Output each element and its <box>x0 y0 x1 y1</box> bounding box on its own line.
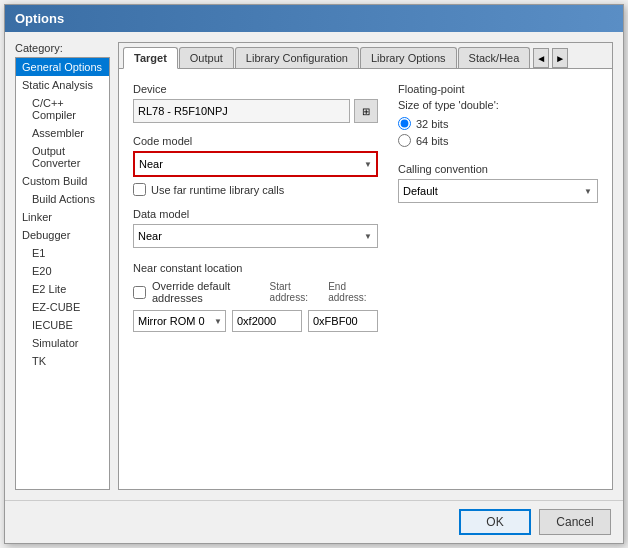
category-label: Category: <box>15 42 110 54</box>
radio-32bits[interactable] <box>398 117 411 130</box>
cancel-button[interactable]: Cancel <box>539 509 611 535</box>
calling-convention-select[interactable]: Default <box>398 179 598 203</box>
tab-target[interactable]: Target <box>123 47 178 69</box>
device-browse-button[interactable]: ⊞ <box>354 99 378 123</box>
sidebar-item-iecube[interactable]: IECUBE <box>16 316 109 334</box>
sidebar-item-general-options[interactable]: General Options <box>16 58 109 76</box>
radio-64bits[interactable] <box>398 134 411 147</box>
calling-convention-label: Calling convention <box>398 163 598 175</box>
sidebar-item-build-actions[interactable]: Build Actions <box>16 190 109 208</box>
sidebar-item-debugger[interactable]: Debugger <box>16 226 109 244</box>
end-address-input[interactable] <box>308 310 378 332</box>
main-panel: Target Output Library Configuration Libr… <box>118 42 613 490</box>
mirror-rom-select[interactable]: Mirror ROM 0 Mirror ROM 1 <box>133 310 226 332</box>
code-model-label: Code model <box>133 135 378 147</box>
sidebar-item-custom-build[interactable]: Custom Build <box>16 172 109 190</box>
override-label: Override default addresses <box>152 280 264 304</box>
code-model-select[interactable]: Near Far <box>133 151 378 177</box>
sidebar-item-e20[interactable]: E20 <box>16 262 109 280</box>
data-model-select[interactable]: Near Far <box>133 224 378 248</box>
calling-convention-section: Calling convention Default <box>398 163 598 203</box>
override-checkbox[interactable] <box>133 286 146 299</box>
tab-stack-heap[interactable]: Stack/Hea <box>458 47 531 68</box>
tab-library-options[interactable]: Library Options <box>360 47 457 68</box>
sidebar-item-e1[interactable]: E1 <box>16 244 109 262</box>
radio-32bits-row: 32 bits <box>398 117 598 130</box>
sidebar-item-static-analysis[interactable]: Static Analysis <box>16 76 109 94</box>
near-constant-label: Near constant location <box>133 262 378 274</box>
left-column: Device ⊞ Code model Near Far <box>133 83 378 332</box>
category-panel: Category: General Options Static Analysi… <box>15 42 110 490</box>
radio-32bits-label: 32 bits <box>416 118 448 130</box>
sidebar-item-output-converter[interactable]: Output Converter <box>16 142 109 172</box>
dialog-body: Category: General Options Static Analysi… <box>5 32 623 500</box>
sidebar-item-simulator[interactable]: Simulator <box>16 334 109 352</box>
right-column: Floating-point Size of type 'double': 32… <box>398 83 598 332</box>
tab-output[interactable]: Output <box>179 47 234 68</box>
address-group: Mirror ROM 0 Mirror ROM 1 <box>133 310 378 332</box>
far-runtime-row: Use far runtime library calls <box>133 183 378 196</box>
size-of-double-label: Size of type 'double': <box>398 99 598 111</box>
code-model-select-wrapper: Near Far <box>133 151 378 177</box>
far-runtime-checkbox[interactable] <box>133 183 146 196</box>
tab-content-target: Device ⊞ Code model Near Far <box>119 69 612 489</box>
device-input[interactable] <box>133 99 350 123</box>
tab-nav-left[interactable]: ◄ <box>533 48 549 68</box>
device-label: Device <box>133 83 378 95</box>
sidebar-item-linker[interactable]: Linker <box>16 208 109 226</box>
sidebar-item-assembler[interactable]: Assembler <box>16 124 109 142</box>
data-model-label: Data model <box>133 208 378 220</box>
calling-convention-select-wrapper: Default <box>398 179 598 203</box>
two-column-layout: Device ⊞ Code model Near Far <box>133 83 598 332</box>
end-address-label: End address: <box>328 281 378 303</box>
start-address-label: Start address: <box>270 281 323 303</box>
radio-64bits-label: 64 bits <box>416 135 448 147</box>
dialog-title: Options <box>5 5 623 32</box>
floating-point-title: Floating-point <box>398 83 598 95</box>
tabs-bar: Target Output Library Configuration Libr… <box>119 43 612 69</box>
sidebar-item-c-compiler[interactable]: C/C++ Compiler <box>16 94 109 124</box>
device-row: ⊞ <box>133 99 378 123</box>
sidebar-item-e2-lite[interactable]: E2 Lite <box>16 280 109 298</box>
far-runtime-label: Use far runtime library calls <box>151 184 284 196</box>
options-dialog: Options Category: General Options Static… <box>4 4 624 544</box>
data-model-select-wrapper: Near Far <box>133 224 378 248</box>
tab-library-configuration[interactable]: Library Configuration <box>235 47 359 68</box>
ok-button[interactable]: OK <box>459 509 531 535</box>
radio-64bits-row: 64 bits <box>398 134 598 147</box>
override-row: Override default addresses Start address… <box>133 280 378 304</box>
sidebar-item-ez-cube[interactable]: EZ-CUBE <box>16 298 109 316</box>
sidebar-item-tk[interactable]: TK <box>16 352 109 370</box>
category-list: General Options Static Analysis C/C++ Co… <box>15 57 110 490</box>
start-address-input[interactable] <box>232 310 302 332</box>
dialog-footer: OK Cancel <box>5 500 623 543</box>
tab-nav-right[interactable]: ► <box>552 48 568 68</box>
mirror-rom-select-wrapper: Mirror ROM 0 Mirror ROM 1 <box>133 310 226 332</box>
near-constant-section: Near constant location Override default … <box>133 262 378 332</box>
floating-point-section: Floating-point Size of type 'double': 32… <box>398 83 598 147</box>
